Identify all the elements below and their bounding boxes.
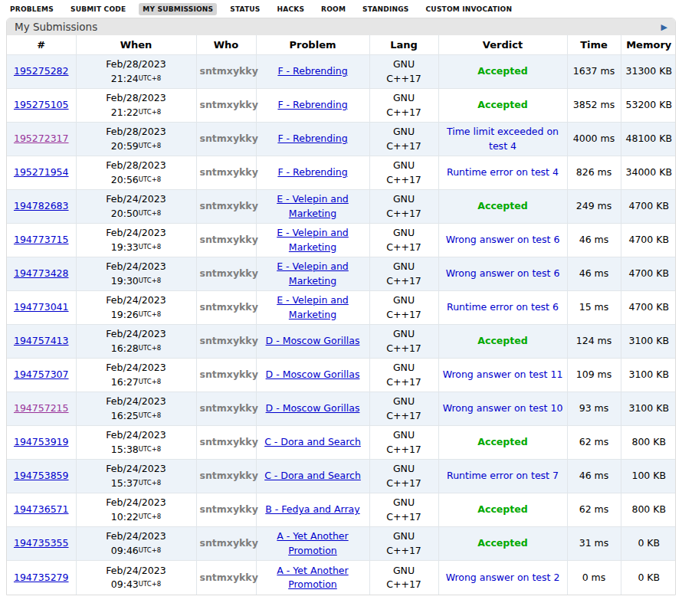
submission-date: Feb/24/2023 [80, 529, 193, 543]
submission-id-link[interactable]: 194753919 [14, 436, 69, 447]
problem-link[interactable]: E - Velepin and Marketing [277, 294, 349, 319]
table-body: 195275282 Feb/28/2023 21:24UTC+8 sntmxyk… [7, 55, 676, 595]
submission-author-link[interactable]: sntmxykky [200, 267, 258, 279]
submission-when: Feb/24/2023 16:25UTC+8 [76, 392, 196, 426]
submission-who-cell: sntmxykky [196, 325, 256, 359]
submission-memory: 4700 KB [621, 224, 676, 257]
nav-item-standings[interactable]: STANDINGS [359, 3, 412, 15]
nav-item-custom-invocation[interactable]: CUSTOM INVOCATION [422, 3, 516, 15]
problem-link[interactable]: D - Moscow Gorillas [266, 402, 360, 414]
submission-id-link[interactable]: 195271954 [14, 166, 69, 178]
submission-time: 62 ms [567, 493, 621, 527]
submission-author-link[interactable]: sntmxykky [200, 537, 258, 549]
column-header: When [76, 35, 196, 55]
problem-link[interactable]: F - Rebrending [277, 166, 347, 178]
submission-row: 194757413 Feb/24/2023 16:28UTC+8 sntmxyk… [7, 325, 676, 359]
submission-when: Feb/28/2023 20:56UTC+8 [76, 156, 196, 190]
submission-verdict-cell: Accepted [438, 190, 567, 224]
submission-id-link[interactable]: 194735279 [14, 572, 69, 583]
submission-id-cell: 194757307 [7, 359, 76, 392]
submission-row: 194753859 Feb/24/2023 15:37UTC+8 sntmxyk… [7, 460, 676, 493]
submission-lang: GNU C++17 [369, 460, 438, 493]
submission-clock-time: 15:37 [111, 477, 139, 489]
submission-who-cell: sntmxykky [196, 493, 256, 527]
submission-row: 194773428 Feb/24/2023 19:30UTC+8 sntmxyk… [7, 257, 676, 291]
submission-author-link[interactable]: sntmxykky [200, 572, 258, 583]
submission-date: Feb/24/2023 [80, 428, 193, 442]
problem-link[interactable]: D - Moscow Gorillas [266, 335, 360, 346]
submission-author-link[interactable]: sntmxykky [200, 436, 258, 447]
problem-link[interactable]: F - Rebrending [277, 65, 347, 77]
submission-id-link[interactable]: 194753859 [14, 470, 69, 481]
submission-author-link[interactable]: sntmxykky [200, 402, 258, 414]
nav-item-hacks[interactable]: HACKS [274, 3, 309, 15]
problem-link[interactable]: F - Rebrending [277, 99, 347, 110]
submission-lang-text: GNU C++17 [385, 529, 422, 557]
submission-id-link[interactable]: 195275105 [14, 99, 69, 110]
problem-link[interactable]: A - Yet Another Promotion [277, 565, 348, 590]
submission-verdict-cell: Wrong answer on test 6 [438, 224, 567, 257]
submission-problem-cell: D - Moscow Gorillas [256, 325, 369, 359]
table-header-row: #WhenWhoProblemLangVerdictTimeMemory [7, 35, 676, 55]
submission-author-link[interactable]: sntmxykky [200, 166, 258, 178]
submission-date: Feb/28/2023 [80, 125, 193, 139]
submission-row: 195271954 Feb/28/2023 20:56UTC+8 sntmxyk… [7, 156, 676, 190]
submission-id-link[interactable]: 194736571 [14, 503, 69, 515]
submission-timezone: UTC+8 [139, 108, 161, 116]
problem-link[interactable]: D - Moscow Gorillas [266, 369, 360, 380]
submission-lang: GNU C++17 [369, 156, 438, 190]
problem-link[interactable]: B - Fedya and Array [265, 503, 359, 515]
problem-link[interactable]: F - Rebrending [277, 133, 347, 144]
nav-item-room[interactable]: ROOM [317, 3, 349, 15]
submission-date: Feb/28/2023 [80, 57, 193, 71]
submission-id-link[interactable]: 194773715 [14, 234, 69, 245]
submission-date: Feb/24/2023 [80, 192, 193, 206]
column-header: Time [567, 35, 621, 55]
problem-link[interactable]: E - Velepin and Marketing [277, 227, 349, 252]
submission-author-link[interactable]: sntmxykky [200, 301, 258, 313]
submission-when: Feb/24/2023 20:50UTC+8 [76, 190, 196, 224]
submission-timezone: UTC+8 [139, 411, 161, 419]
submission-lang: GNU C++17 [369, 89, 438, 123]
submission-verdict-cell: Accepted [438, 493, 567, 527]
submission-timezone: UTC+8 [139, 142, 161, 149]
submission-author-link[interactable]: sntmxykky [200, 470, 258, 481]
submission-author-link[interactable]: sntmxykky [200, 234, 258, 245]
nav-item-my-submissions[interactable]: MY SUBMISSIONS [139, 3, 217, 15]
nav-item-problems[interactable]: PROBLEMS [6, 3, 57, 15]
problem-link[interactable]: E - Velepin and Marketing [277, 260, 349, 286]
nav-item-status[interactable]: STATUS [226, 3, 264, 15]
submission-verdict: Accepted [477, 503, 527, 515]
submission-author-link[interactable]: sntmxykky [200, 335, 258, 346]
submission-author-link[interactable]: sntmxykky [200, 133, 258, 144]
submission-author-link[interactable]: sntmxykky [200, 65, 258, 77]
submission-verdict: Wrong answer on test 6 [446, 267, 560, 279]
submission-lang-text: GNU C++17 [385, 564, 422, 591]
submission-verdict: Accepted [477, 537, 527, 549]
submission-author-link[interactable]: sntmxykky [200, 369, 258, 380]
submission-author-link[interactable]: sntmxykky [200, 99, 258, 110]
submission-memory: 53200 KB [621, 89, 676, 123]
submission-id-link[interactable]: 194773428 [14, 267, 69, 279]
submission-id-link[interactable]: 194735355 [14, 537, 69, 549]
submission-id-link[interactable]: 194782683 [14, 200, 69, 211]
problem-link[interactable]: C - Dora and Search [264, 470, 361, 481]
problem-link[interactable]: C - Dora and Search [264, 436, 361, 447]
submission-id-link[interactable]: 195275282 [14, 65, 69, 77]
submission-id-link[interactable]: 194757215 [14, 402, 69, 414]
problem-link[interactable]: A - Yet Another Promotion [277, 530, 348, 555]
submission-id-link[interactable]: 194757307 [14, 369, 69, 380]
problem-link[interactable]: E - Velepin and Marketing [277, 193, 349, 218]
submission-author-link[interactable]: sntmxykky [200, 200, 258, 211]
submission-id-link[interactable]: 194757413 [14, 335, 69, 346]
nav-item-submit-code[interactable]: SUBMIT CODE [67, 3, 130, 15]
submission-id-link[interactable]: 195272317 [14, 133, 69, 144]
submission-verdict-cell: Wrong answer on test 11 [438, 359, 567, 392]
submission-when: Feb/28/2023 21:22UTC+8 [76, 89, 196, 123]
expand-arrow-icon[interactable]: ▶ [661, 23, 667, 31]
submission-author-link[interactable]: sntmxykky [200, 503, 258, 515]
submission-time: 3852 ms [567, 89, 621, 123]
submission-who-cell: sntmxykky [196, 460, 256, 493]
submission-timezone: UTC+8 [139, 513, 161, 520]
submission-id-link[interactable]: 194773041 [14, 301, 69, 313]
